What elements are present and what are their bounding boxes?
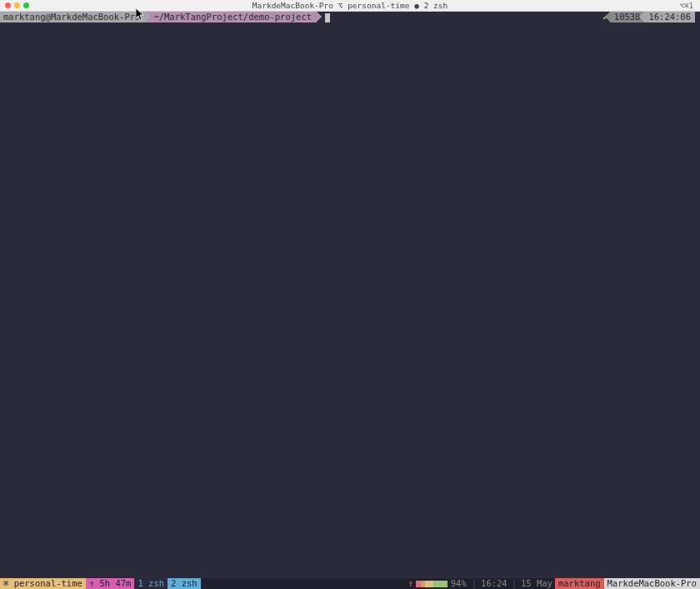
- prompt-right-status: ✔ 10538 16:24:06: [598, 12, 695, 22]
- minimize-button[interactable]: [14, 2, 20, 8]
- battery-spectrum-icon: [416, 581, 448, 587]
- status-user: marktang: [555, 578, 604, 589]
- maximize-button[interactable]: [23, 2, 29, 8]
- prompt-path-segment: ~/MarkTangProject/demo-project: [145, 12, 317, 22]
- traffic-lights: [0, 2, 29, 8]
- status-separator: |: [470, 578, 478, 589]
- terminal-cursor: [325, 13, 330, 22]
- status-hostname: MarkdeMacBook-Pro: [604, 578, 700, 589]
- session-prefix-icon: ⌘: [3, 578, 8, 588]
- session-name: personal-time: [14, 578, 82, 588]
- prompt-path: ~/MarkTangProject/demo-project: [153, 12, 312, 22]
- status-date: 15 May: [518, 578, 555, 589]
- status-session-segment[interactable]: ⌘ personal-time: [0, 578, 86, 589]
- close-button[interactable]: [5, 2, 11, 8]
- window-titlebar: MarkdeMacBook-Pro ⌥ personal-time ● 2 zs…: [0, 0, 700, 12]
- network-up-icon: ↑: [405, 578, 415, 589]
- prompt-userhost-segment: marktang@MarkdeMacBook-Pro: [0, 12, 145, 22]
- tmux-statusbar: ⌘ personal-time ↑ 5h 47m 1 zsh 2 zsh ↑ 9…: [0, 578, 700, 589]
- prompt-line: marktang@MarkdeMacBook-Pro ~/MarkTangPro…: [0, 12, 700, 22]
- prompt-time: 16:24:06: [644, 12, 695, 22]
- status-uptime-segment: ↑ 5h 47m: [86, 578, 135, 589]
- status-right: ↑ 94% | 16:24 | 15 May marktang MarkdeMa…: [405, 578, 700, 589]
- status-window-1[interactable]: 1 zsh: [134, 578, 168, 589]
- terminal-area[interactable]: marktang@MarkdeMacBook-Pro ~/MarkTangPro…: [0, 12, 700, 589]
- window-shortcut-indicator: ⌥⌘1: [680, 2, 693, 10]
- status-window-2-active[interactable]: 2 zsh: [168, 578, 201, 589]
- window-title: MarkdeMacBook-Pro ⌥ personal-time ● 2 zs…: [252, 1, 448, 10]
- status-clock: 16:24: [478, 578, 510, 589]
- uptime-arrow-icon: ↑: [89, 578, 94, 588]
- uptime-value: 5h 47m: [100, 578, 132, 588]
- battery-percentage: 94%: [448, 578, 470, 589]
- prompt-userhost: marktang@MarkdeMacBook-Pro: [3, 12, 140, 22]
- status-separator: |: [510, 578, 518, 589]
